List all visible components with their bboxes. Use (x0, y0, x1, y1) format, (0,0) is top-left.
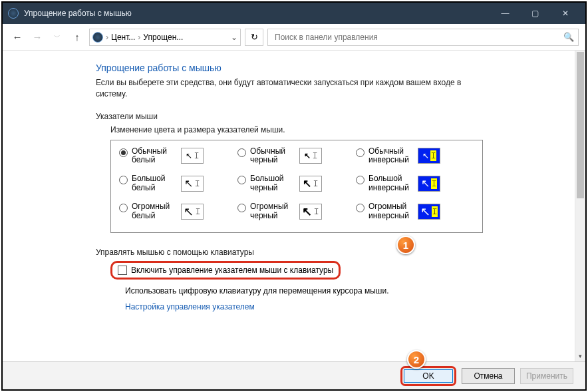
radio-icon (119, 176, 128, 184)
dialog-footer: 2 OK Отмена Применить (3, 361, 585, 389)
search-box[interactable]: 🔍 (267, 29, 579, 46)
radio-icon (356, 204, 365, 212)
pointer-option-normal-black[interactable]: Обычный черный ↖𝙸 (237, 147, 356, 166)
page-title: Упрощение работы с мышью (96, 63, 575, 73)
cursor-preview: ↖𝙸 (418, 148, 440, 164)
radio-icon (356, 148, 365, 157)
ok-button[interactable]: OK (400, 366, 456, 386)
cursor-preview: ↖𝙸 (418, 176, 440, 192)
breadcrumb[interactable]: › Цент... › Упрощен... ⌄ (89, 29, 241, 46)
pointer-settings-link[interactable]: Настройка управления указателем (125, 302, 575, 311)
mouse-keys-checkbox[interactable] (118, 266, 127, 275)
pointer-option-huge-white[interactable]: Огромный белый ↖𝙸 (119, 202, 237, 221)
recent-dropdown[interactable]: ﹀ (49, 29, 65, 45)
chevron-icon: › (106, 33, 108, 42)
apply-button[interactable]: Применить (520, 368, 573, 384)
mouse-keys-label[interactable]: Включить управление указателем мыши с кл… (131, 266, 333, 275)
pointers-group-sub: Изменение цвета и размера указателей мыш… (110, 125, 575, 134)
breadcrumb-item[interactable]: Упрощен... (143, 33, 183, 42)
pointer-option-huge-black[interactable]: Огромный черный ↖𝙸 (237, 202, 356, 221)
nav-toolbar: ← → ﹀ ↑ › Цент... › Упрощен... ⌄ ↻ 🔍 (3, 24, 585, 51)
pointer-option-normal-inverse[interactable]: Обычный инверсный ↖𝙸 (356, 147, 474, 166)
callout-marker: 2 (407, 350, 426, 369)
mouse-keys-desc: Использовать цифровую клавиатуру для пер… (125, 286, 575, 295)
scroll-down-icon[interactable]: ▾ (575, 351, 585, 361)
close-button[interactable]: ✕ (550, 4, 580, 23)
radio-icon (237, 148, 246, 157)
pointer-option-large-inverse[interactable]: Большой инверсный ↖𝙸 (356, 174, 474, 193)
forward-button[interactable]: → (29, 29, 45, 45)
search-input[interactable] (272, 33, 563, 42)
scroll-thumb[interactable] (577, 52, 584, 198)
cursor-preview: ↖𝙸 (299, 148, 322, 164)
pointers-box: Обычный белый ↖𝙸 Обычный черный ↖𝙸 Обычн… (110, 140, 483, 234)
cursor-preview: ↖𝙸 (181, 148, 204, 164)
search-icon[interactable]: 🔍 (563, 32, 574, 42)
maximize-button[interactable]: ▢ (520, 4, 550, 23)
radio-icon (119, 204, 128, 212)
window-title: Упрощение работы с мышью (24, 9, 490, 18)
cursor-preview: ↖𝙸 (299, 204, 322, 220)
radio-icon (119, 148, 128, 157)
pointer-option-large-white[interactable]: Большой белый ↖𝙸 (119, 174, 237, 193)
pointers-group-label: Указатели мыши (96, 112, 575, 121)
keyboard-group-label: Управлять мышью с помощью клавиатуры (96, 248, 575, 257)
pointer-option-huge-inverse[interactable]: Огромный инверсный ↖𝙸 (356, 202, 474, 221)
chevron-icon: › (138, 33, 140, 42)
pointer-option-normal-white[interactable]: Обычный белый ↖𝙸 (119, 147, 237, 166)
title-bar: Упрощение работы с мышью — ▢ ✕ (3, 3, 585, 24)
content-area: Упрощение работы с мышью Если вы выберет… (3, 51, 575, 361)
chevron-down-icon[interactable]: ⌄ (231, 33, 237, 42)
checkbox-highlight: Включить управление указателем мыши с кл… (110, 261, 341, 280)
vertical-scrollbar[interactable]: ▾ (575, 51, 585, 361)
radio-icon (356, 176, 365, 184)
cursor-preview: ↖𝙸 (299, 176, 322, 192)
back-button[interactable]: ← (9, 29, 25, 45)
cursor-preview: ↖𝙸 (181, 204, 204, 220)
app-icon (8, 8, 19, 19)
breadcrumb-item[interactable]: Цент... (111, 33, 135, 42)
cancel-button[interactable]: Отмена (462, 368, 515, 384)
ease-icon (92, 32, 103, 43)
pointer-option-large-black[interactable]: Большой черный ↖𝙸 (237, 174, 356, 193)
radio-icon (237, 176, 246, 184)
cursor-preview: ↖𝙸 (181, 176, 204, 192)
page-subtitle: Если вы выберете эти средства, они будут… (96, 77, 475, 100)
minimize-button[interactable]: — (490, 4, 520, 23)
up-button[interactable]: ↑ (69, 29, 85, 45)
radio-icon (237, 204, 246, 212)
cursor-preview: ↖𝙸 (418, 204, 440, 220)
refresh-button[interactable]: ↻ (245, 29, 263, 46)
